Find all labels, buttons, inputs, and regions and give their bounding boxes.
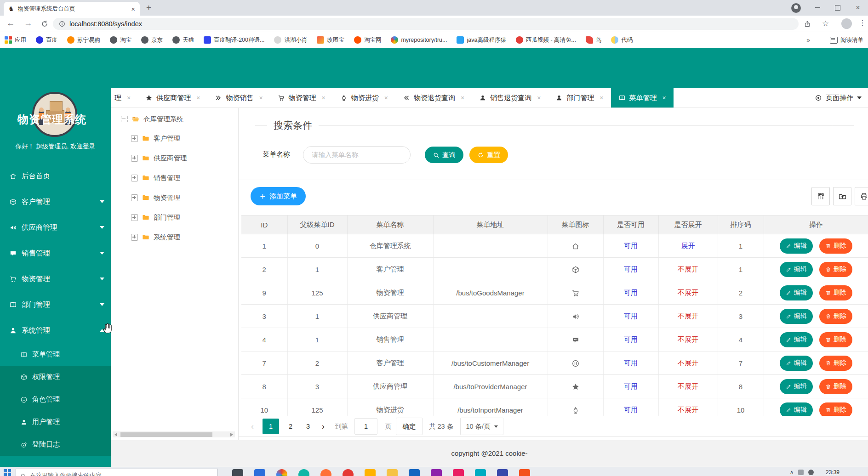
- page-tab[interactable]: 理×: [111, 88, 138, 108]
- delete-button[interactable]: 删除: [819, 402, 852, 417]
- avatar[interactable]: [841, 18, 852, 29]
- bookmark-item[interactable]: 淘宝网: [354, 36, 382, 44]
- scroll-right-icon[interactable]: [230, 433, 233, 436]
- bookmark-item[interactable]: 天猫: [172, 36, 194, 44]
- page-tab-goods-return[interactable]: 物资退货查询×: [395, 88, 472, 108]
- delete-button[interactable]: 删除: [819, 285, 852, 300]
- taskbar-app-icon[interactable]: [409, 469, 420, 476]
- taskbar-app-icon[interactable]: [497, 469, 508, 476]
- bookmark-item[interactable]: 京东: [141, 36, 163, 44]
- maximize-button[interactable]: [828, 0, 848, 16]
- print-button[interactable]: [855, 187, 868, 205]
- taskbar-app-icon[interactable]: [298, 469, 309, 476]
- expand-icon[interactable]: [131, 214, 138, 221]
- tree-node[interactable]: 客户管理: [131, 132, 180, 145]
- bookmark-item[interactable]: 苏宁易购: [67, 36, 100, 44]
- sidebar-item-login-log[interactable]: 登陆日志: [0, 433, 111, 456]
- sidebar-item-home[interactable]: 后台首页: [0, 163, 111, 189]
- page-tab-suppliers[interactable]: 供应商管理×: [138, 88, 207, 108]
- tree-node[interactable]: 物资管理: [131, 191, 180, 204]
- delete-button[interactable]: 删除: [819, 238, 852, 254]
- site-info-icon[interactable]: [58, 20, 66, 28]
- reading-list-button[interactable]: 阅读清单: [830, 36, 863, 44]
- delete-button[interactable]: 删除: [819, 356, 852, 371]
- close-icon[interactable]: ×: [461, 94, 464, 102]
- bookmark-item[interactable]: 百度: [36, 36, 57, 44]
- edit-button[interactable]: 编辑: [780, 356, 813, 371]
- page-1-button[interactable]: 1: [263, 419, 279, 434]
- bookmark-item[interactable]: java高级程序猿: [457, 36, 506, 44]
- expand-icon[interactable]: [131, 194, 138, 201]
- tree-node[interactable]: 部门管理: [131, 211, 180, 224]
- edit-button[interactable]: 编辑: [780, 285, 813, 300]
- edit-button[interactable]: 编辑: [780, 402, 813, 417]
- delete-button[interactable]: 删除: [819, 379, 852, 394]
- page-tab-sale-return[interactable]: 销售退货查询×: [472, 88, 548, 108]
- taskbar-app-icon[interactable]: [276, 469, 287, 476]
- url-text[interactable]: localhost:8080/sys/index: [69, 20, 142, 28]
- add-menu-button[interactable]: 添加菜单: [251, 187, 306, 205]
- expand-icon[interactable]: [131, 135, 138, 142]
- bookmark-item[interactable]: 鸟: [586, 36, 602, 44]
- taskbar-app-icon[interactable]: [453, 469, 464, 476]
- export-button[interactable]: [833, 187, 851, 205]
- sidebar-item-departments[interactable]: 部门管理: [0, 292, 111, 317]
- close-icon[interactable]: ×: [127, 94, 131, 102]
- taskbar-app-icon[interactable]: [320, 469, 331, 476]
- address-bar[interactable]: localhost:8080/sys/index: [53, 18, 799, 30]
- sidebar-item-users[interactable]: 用户管理: [0, 411, 111, 433]
- tray-chevron-icon[interactable]: ∧: [790, 469, 794, 475]
- tree-node[interactable]: 系统管理: [131, 231, 180, 244]
- page-operations-dropdown[interactable]: 页面操作: [808, 88, 868, 108]
- bookmark-item[interactable]: myrepository/tru...: [391, 36, 447, 44]
- taskbar-app-icon[interactable]: [232, 469, 243, 476]
- edit-button[interactable]: 编辑: [780, 309, 813, 324]
- edit-button[interactable]: 编辑: [780, 379, 813, 394]
- browser-profile-icon[interactable]: [791, 3, 801, 13]
- tree-node[interactable]: 供应商管理: [131, 152, 187, 164]
- close-icon[interactable]: ×: [322, 94, 326, 102]
- bookmark-item[interactable]: 洪湖小肖: [274, 36, 307, 44]
- close-icon[interactable]: ×: [259, 94, 263, 102]
- page-tab-goods[interactable]: 物资管理×: [270, 88, 333, 108]
- taskbar-search[interactable]: 在这里输入你要搜索的内容: [16, 469, 218, 476]
- taskbar-app-icon[interactable]: [387, 469, 398, 476]
- sidebar-item-roles[interactable]: 角色管理: [0, 388, 111, 411]
- close-icon[interactable]: ×: [196, 94, 200, 102]
- sidebar-item-system[interactable]: 系统管理: [0, 317, 111, 343]
- user-menu[interactable]: 超级管理员: [816, 112, 860, 132]
- reload-icon[interactable]: [40, 20, 49, 28]
- close-icon[interactable]: ×: [537, 94, 541, 102]
- page-3-button[interactable]: 3: [302, 419, 314, 434]
- delete-button[interactable]: 删除: [819, 332, 852, 347]
- toggle-columns-button[interactable]: [811, 187, 830, 205]
- hamburger-menu-icon[interactable]: [114, 112, 134, 132]
- page-tab-departments[interactable]: 部门管理×: [548, 88, 611, 108]
- tree-node[interactable]: 销售管理: [131, 171, 180, 184]
- start-button[interactable]: [4, 469, 11, 476]
- reset-button[interactable]: 重置: [469, 147, 508, 163]
- tab-close-icon[interactable]: ×: [131, 5, 135, 13]
- expand-icon[interactable]: [131, 175, 138, 181]
- taskbar-app-icon[interactable]: [475, 469, 486, 476]
- minimize-button[interactable]: [807, 0, 828, 16]
- window-close-button[interactable]: ×: [848, 0, 868, 16]
- next-page-button[interactable]: ›: [319, 419, 328, 434]
- edit-button[interactable]: 编辑: [780, 238, 813, 254]
- taskbar-app-icon[interactable]: [365, 469, 376, 476]
- tray-icon[interactable]: [798, 470, 804, 475]
- query-button[interactable]: 查询: [425, 147, 463, 163]
- sidebar-item-goods[interactable]: 物资管理: [0, 266, 111, 292]
- bookmark-item[interactable]: 改图宝: [317, 36, 344, 44]
- edit-button[interactable]: 编辑: [780, 262, 813, 277]
- bookmark-item[interactable]: 百度翻译-200种语...: [204, 36, 264, 44]
- bookmark-star-icon[interactable]: ☆: [822, 19, 829, 28]
- edit-button[interactable]: 编辑: [780, 332, 813, 347]
- bookmarks-overflow-chevron[interactable]: »: [806, 36, 810, 44]
- taskbar-app-icon[interactable]: [343, 469, 354, 476]
- sidebar-item-suppliers[interactable]: 供应商管理: [0, 215, 111, 240]
- close-icon[interactable]: ×: [384, 94, 388, 102]
- horizontal-scrollbar[interactable]: [113, 431, 235, 437]
- page-tab-inport[interactable]: 物资进货×: [333, 88, 395, 108]
- back-button[interactable]: ←: [6, 18, 15, 28]
